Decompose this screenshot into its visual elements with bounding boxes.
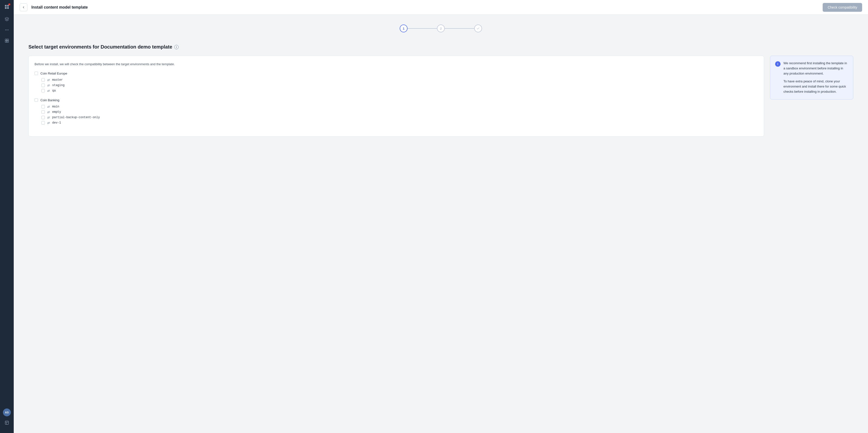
header: Install content model template Check com… [14,0,868,15]
step-3 [474,25,482,32]
info-para-2: To have extra peace of mind, clone your … [783,79,848,94]
env-checkbox-staging[interactable] [41,84,45,87]
step-1: 1 [400,25,407,32]
env-item-staging[interactable]: ⇄ staging [35,83,758,88]
branch-icon-main: ⇄ [47,105,50,108]
svg-rect-0 [5,5,7,7]
env-item-partial-backup[interactable]: ⇄ partial-backup-content-only [35,115,758,120]
app-logo[interactable] [3,3,11,11]
env-item-dev1[interactable]: ⇄ dev-1 [35,120,758,125]
org-group-coin-banking: Coin Banking ⇄ main ⇄ empty ⇄ [35,98,758,125]
info-para-1: We recommend first installing the templa… [783,61,848,76]
check-compatibility-button[interactable]: Check compatibility [823,3,862,12]
svg-point-5 [7,30,7,30]
sidebar: AS [0,0,14,433]
sidebar-bottom: AS [2,408,11,430]
branch-icon-qa: ⇄ [47,89,50,92]
page-title: Install content model template [31,5,819,9]
section-title: Select target environments for Documenta… [28,44,853,50]
env-checkbox-main[interactable] [41,105,45,108]
env-checkbox-dev1[interactable] [41,121,45,124]
svg-rect-2 [5,7,7,9]
stepper: 1 2 [28,25,853,32]
info-panel: i We recommend first installing the temp… [770,56,853,99]
environment-selection-card: Before we install, we will check the com… [28,56,764,137]
env-checkbox-qa[interactable] [41,89,45,92]
two-column-layout: Before we install, we will check the com… [28,56,853,137]
svg-rect-3 [7,7,9,9]
env-item-master[interactable]: ⇄ master [35,77,758,83]
sidebar-item-layout[interactable] [2,418,11,427]
main-area: Install content model template Check com… [14,0,868,433]
svg-rect-8 [7,39,8,40]
org-group-coin-retail-europe: Coin Retail Europe ⇄ master ⇄ staging [35,71,758,93]
org-checkbox-input-banking[interactable] [35,98,38,102]
info-panel-content: We recommend first installing the templa… [783,61,848,94]
info-panel-icon: i [775,61,780,67]
svg-rect-7 [5,39,7,40]
branch-icon-partial: ⇄ [47,116,50,119]
svg-point-6 [8,30,8,30]
svg-rect-11 [5,421,8,425]
sidebar-item-dots[interactable] [2,26,11,34]
user-avatar[interactable]: AS [3,408,11,416]
env-checkbox-empty[interactable] [41,110,45,114]
org-checkbox-coin-banking[interactable]: Coin Banking [35,98,758,102]
org-checkbox-coin-retail-europe[interactable]: Coin Retail Europe [35,71,758,75]
step-2: 2 [437,25,445,32]
sidebar-item-grid[interactable] [2,36,11,45]
env-item-qa[interactable]: ⇄ qa [35,88,758,93]
env-item-main[interactable]: ⇄ main [35,104,758,109]
svg-point-4 [5,30,6,30]
env-item-empty[interactable]: ⇄ empty [35,109,758,115]
branch-icon-master: ⇄ [47,78,50,82]
branch-icon-dev1: ⇄ [47,121,50,124]
back-button[interactable] [20,3,27,11]
svg-rect-9 [5,41,7,42]
step-line-2 [445,28,474,29]
svg-rect-10 [7,41,8,42]
svg-rect-1 [7,5,9,7]
org-checkbox-input[interactable] [35,71,38,75]
branch-icon-staging: ⇄ [47,84,50,87]
info-tooltip-icon[interactable]: i [174,45,179,49]
content-area: 1 2 Select target environments for Docum… [14,15,868,433]
branch-icon-empty: ⇄ [47,110,50,114]
step-line-1 [407,28,437,29]
sidebar-item-cube[interactable] [2,15,11,24]
env-checkbox-partial-backup[interactable] [41,116,45,119]
selection-description: Before we install, we will check the com… [35,62,758,67]
env-checkbox-master[interactable] [41,78,45,82]
